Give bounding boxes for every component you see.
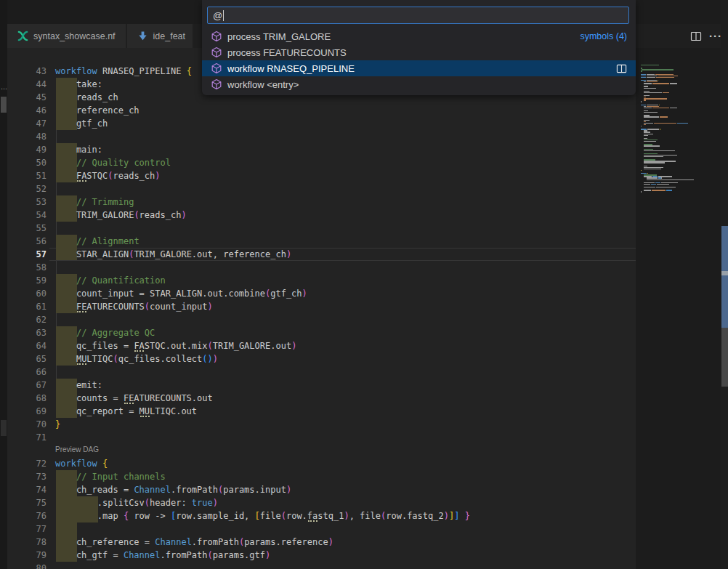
- code-text: gtf_ch: [55, 117, 108, 130]
- code-line-70[interactable]: 70}: [7, 418, 636, 431]
- line-number: 55: [7, 222, 46, 235]
- symbol-cube-icon: [211, 78, 222, 90]
- code-line-61[interactable]: 61 FEATURECOUNTS(count_input): [7, 300, 636, 313]
- code-line-51[interactable]: 51 FASTQC(reads_ch): [7, 169, 636, 182]
- line-number: 53: [7, 195, 46, 209]
- code-line-58[interactable]: 58: [7, 261, 636, 274]
- scrollbar-slider[interactable]: [721, 328, 728, 387]
- code-line-69[interactable]: 69 qc_report = MULTIQC.out: [7, 405, 636, 418]
- code-text: qc_report = MULTIQC.out: [55, 405, 197, 418]
- code-line-74[interactable]: 74 ch_reads = Channel.fromPath(params.in…: [7, 483, 636, 496]
- split-editor-icon[interactable]: [689, 30, 702, 42]
- code-line-75[interactable]: 75 .splitCsv(header: true): [7, 496, 636, 509]
- quickpick-item-1[interactable]: process FEATURECOUNTS: [202, 44, 636, 60]
- line-number: 80: [7, 562, 46, 569]
- code-line-76[interactable]: 76 .map { row -> [row.sample_id, [file(r…: [7, 509, 636, 522]
- code-line-73[interactable]: 73 // Input channels: [7, 470, 636, 483]
- code-line-80[interactable]: 80: [7, 562, 636, 569]
- quickpick-list: process TRIM_GALOREsymbols (4)process FE…: [202, 28, 636, 92]
- overview-ruler[interactable]: [721, 0, 728, 569]
- left-strip-marker-2: [1, 420, 7, 436]
- quickpick-item-label: workflow RNASEQ_PIPELINE: [227, 63, 355, 74]
- line-number: 47: [7, 117, 46, 130]
- code-line-66[interactable]: 66: [7, 366, 636, 379]
- tab-ide-features[interactable]: ide_feat: [127, 24, 193, 48]
- open-to-side-icon[interactable]: [615, 62, 627, 74]
- code-text: // Input channels: [55, 470, 166, 483]
- code-line-56[interactable]: 56 // Alignment: [7, 235, 636, 248]
- line-number: 70: [7, 418, 46, 431]
- code-text: .map { row -> [row.sample_id, [file(row.…: [55, 509, 470, 522]
- tab-label: syntax_showcase.nf: [33, 31, 116, 41]
- code-line-48[interactable]: 48: [7, 130, 636, 143]
- code-line-46[interactable]: 46 reference_ch: [7, 104, 636, 117]
- line-number: 49: [7, 143, 46, 156]
- code-line-68[interactable]: 68 counts = FEATURECOUNTS.out: [7, 392, 636, 405]
- arrow-down-icon: [137, 31, 148, 41]
- code-line-52[interactable]: 52: [7, 182, 636, 195]
- quickpick-item-label: process TRIM_GALORE: [227, 31, 331, 42]
- code-line-64[interactable]: 64 qc_files = FASTQC.out.mix(TRIM_GALORE…: [7, 339, 636, 352]
- line-number: 65: [7, 352, 46, 366]
- code-line-50[interactable]: 50 // Quality control: [7, 156, 636, 169]
- nextflow-logo-icon: [17, 31, 28, 41]
- indent-guide: [56, 313, 57, 326]
- code-line-54[interactable]: 54 TRIM_GALORE(reads_ch): [7, 209, 636, 222]
- code-line-57[interactable]: 57 STAR_ALIGN(TRIM_GALORE.out, reference…: [7, 248, 636, 261]
- code-text: TRIM_GALORE(reads_ch): [55, 209, 187, 222]
- quickpick-item-3[interactable]: workflow <entry>: [202, 76, 636, 92]
- overview-range-highlight: [721, 226, 728, 328]
- code-text: reference_ch: [55, 104, 139, 117]
- codelens-row: Preview DAG: [7, 444, 636, 457]
- line-number: 57: [7, 248, 46, 261]
- code-line-77[interactable]: 77: [7, 522, 636, 536]
- symbols-count-badge[interactable]: symbols (4): [580, 31, 627, 41]
- minimap-line: [641, 191, 721, 192]
- code-text: MULTIQC(qc_files.collect()): [55, 352, 218, 366]
- indent-guide: [56, 222, 57, 235]
- quickpick-item-label: workflow <entry>: [227, 79, 299, 90]
- line-number: 64: [7, 339, 46, 352]
- code-editor[interactable]: 43workflow RNASEQ_PIPELINE {44 take:45 r…: [7, 48, 636, 569]
- code-line-65[interactable]: 65 MULTIQC(qc_files.collect()): [7, 352, 636, 366]
- code-line-63[interactable]: 63 // Aggregate QC: [7, 326, 636, 339]
- code-text: ch_reads = Channel.fromPath(params.input…: [55, 483, 291, 496]
- line-number: 46: [7, 104, 46, 117]
- quickpick-input[interactable]: @: [207, 7, 629, 24]
- quickpick-query: @: [213, 10, 222, 21]
- code-line-59[interactable]: 59 // Quantification: [7, 274, 636, 287]
- code-line-72[interactable]: 72workflow {: [7, 457, 636, 470]
- code-line-47[interactable]: 47 gtf_ch: [7, 117, 636, 130]
- code-line-79[interactable]: 79 ch_gtf = Channel.fromPath(params.gtf): [7, 549, 636, 562]
- code-line-60[interactable]: 60 count_input = STAR_ALIGN.out.combine(…: [7, 287, 636, 300]
- line-number: 61: [7, 300, 46, 313]
- code-text: .splitCsv(header: true): [55, 496, 218, 509]
- line-number: 69: [7, 405, 46, 418]
- minimap[interactable]: [639, 48, 721, 569]
- code-line-62[interactable]: 62: [7, 313, 636, 326]
- quickpick-item-2[interactable]: workflow RNASEQ_PIPELINE: [202, 60, 636, 76]
- code-line-49[interactable]: 49 main:: [7, 143, 636, 156]
- code-line-55[interactable]: 55: [7, 222, 636, 235]
- code-line-78[interactable]: 78 ch_reference = Channel.fromPath(param…: [7, 536, 636, 549]
- code-line-53[interactable]: 53 // Trimming: [7, 195, 636, 209]
- line-number: 62: [7, 313, 46, 326]
- code-text: take:: [55, 78, 102, 91]
- code-line-71[interactable]: 71: [7, 431, 636, 444]
- tab-syntax-showcase[interactable]: syntax_showcase.nf: [7, 24, 126, 48]
- indent-guide: [56, 366, 57, 379]
- code-text: main:: [55, 143, 102, 156]
- line-number: 50: [7, 156, 46, 169]
- line-number: 71: [7, 431, 46, 444]
- code-line-67[interactable]: 67 emit:: [7, 379, 636, 392]
- line-number: 67: [7, 379, 46, 392]
- code-text: workflow {: [55, 457, 108, 470]
- line-number: 51: [7, 169, 46, 182]
- codelens-preview-dag[interactable]: Preview DAG: [55, 445, 99, 453]
- code-text: ch_reference = Channel.fromPath(params.r…: [55, 536, 333, 549]
- line-number: 72: [7, 457, 46, 470]
- line-number: 66: [7, 366, 46, 379]
- quickpick-item-0[interactable]: process TRIM_GALOREsymbols (4): [202, 28, 636, 44]
- line-number: 74: [7, 483, 46, 496]
- line-number: 79: [7, 549, 46, 562]
